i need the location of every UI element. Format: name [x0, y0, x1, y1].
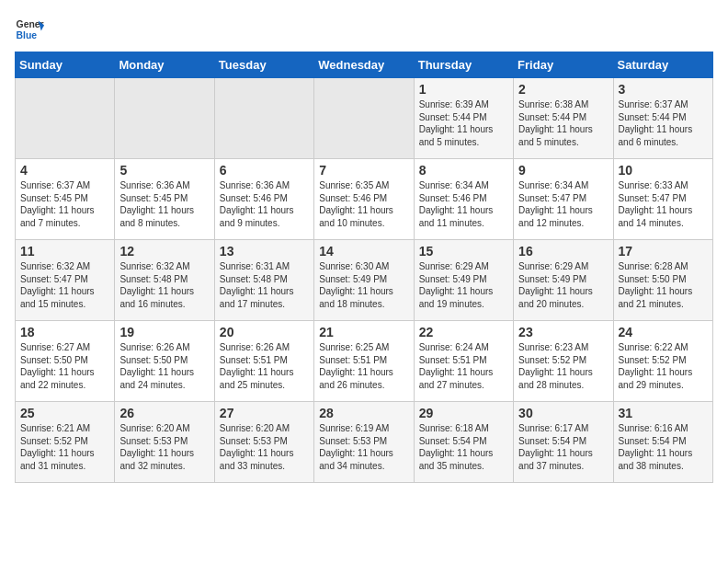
day-number: 22 [419, 325, 508, 339]
calendar-cell: 1Sunrise: 6:39 AM Sunset: 5:44 PM Daylig… [414, 78, 513, 159]
day-number: 19 [119, 325, 209, 339]
calendar-cell: 2Sunrise: 6:38 AM Sunset: 5:44 PM Daylig… [514, 78, 613, 159]
day-info: Sunrise: 6:28 AM Sunset: 5:50 PM Dayligh… [619, 260, 708, 310]
day-number: 4 [20, 163, 109, 178]
calendar-cell: 6Sunrise: 6:36 AM Sunset: 5:46 PM Daylig… [214, 159, 313, 240]
weekday-header-sunday: Sunday [16, 52, 115, 78]
weekday-header-wednesday: Wednesday [314, 52, 414, 78]
day-info: Sunrise: 6:37 AM Sunset: 5:44 PM Dayligh… [619, 98, 708, 148]
page-header: General Blue [15, 15, 713, 44]
day-info: Sunrise: 6:23 AM Sunset: 5:52 PM Dayligh… [518, 341, 608, 391]
day-number: 23 [518, 325, 608, 339]
calendar-cell [16, 78, 115, 159]
logo: General Blue [15, 15, 44, 44]
day-number: 12 [119, 244, 209, 259]
day-info: Sunrise: 6:35 AM Sunset: 5:46 PM Dayligh… [319, 179, 408, 229]
day-number: 14 [319, 244, 408, 259]
day-number: 15 [419, 244, 508, 259]
day-info: Sunrise: 6:30 AM Sunset: 5:49 PM Dayligh… [319, 260, 408, 310]
calendar-cell: 14Sunrise: 6:30 AM Sunset: 5:49 PM Dayli… [314, 240, 414, 321]
day-info: Sunrise: 6:16 AM Sunset: 5:54 PM Dayligh… [619, 422, 708, 472]
day-number: 29 [419, 406, 508, 420]
day-number: 8 [419, 163, 508, 178]
day-number: 10 [619, 163, 708, 178]
day-info: Sunrise: 6:20 AM Sunset: 5:53 PM Dayligh… [220, 422, 309, 472]
day-number: 27 [220, 406, 309, 420]
day-info: Sunrise: 6:26 AM Sunset: 5:50 PM Dayligh… [119, 341, 209, 391]
calendar-cell: 26Sunrise: 6:20 AM Sunset: 5:53 PM Dayli… [115, 402, 214, 483]
calendar-week-row: 18Sunrise: 6:27 AM Sunset: 5:50 PM Dayli… [16, 321, 713, 402]
calendar-cell: 7Sunrise: 6:35 AM Sunset: 5:46 PM Daylig… [314, 159, 414, 240]
day-number: 9 [518, 163, 608, 178]
calendar-cell: 16Sunrise: 6:29 AM Sunset: 5:49 PM Dayli… [514, 240, 613, 321]
calendar-cell [314, 78, 414, 159]
day-info: Sunrise: 6:20 AM Sunset: 5:53 PM Dayligh… [119, 422, 209, 472]
day-number: 13 [220, 244, 309, 259]
svg-text:Blue: Blue [17, 30, 38, 40]
day-number: 28 [319, 406, 408, 420]
day-number: 2 [518, 82, 608, 97]
day-number: 11 [20, 244, 109, 259]
day-number: 6 [220, 163, 309, 178]
day-number: 24 [619, 325, 708, 339]
day-info: Sunrise: 6:22 AM Sunset: 5:52 PM Dayligh… [619, 341, 708, 391]
day-number: 16 [518, 244, 608, 259]
day-number: 18 [20, 325, 109, 339]
calendar-cell: 25Sunrise: 6:21 AM Sunset: 5:52 PM Dayli… [16, 402, 115, 483]
calendar-cell: 28Sunrise: 6:19 AM Sunset: 5:53 PM Dayli… [314, 402, 414, 483]
calendar-week-row: 25Sunrise: 6:21 AM Sunset: 5:52 PM Dayli… [16, 402, 713, 483]
day-info: Sunrise: 6:32 AM Sunset: 5:47 PM Dayligh… [20, 260, 109, 310]
calendar-cell: 20Sunrise: 6:26 AM Sunset: 5:51 PM Dayli… [214, 321, 313, 402]
day-info: Sunrise: 6:38 AM Sunset: 5:44 PM Dayligh… [518, 98, 608, 148]
day-number: 20 [220, 325, 309, 339]
calendar-cell: 27Sunrise: 6:20 AM Sunset: 5:53 PM Dayli… [214, 402, 313, 483]
day-info: Sunrise: 6:34 AM Sunset: 5:47 PM Dayligh… [518, 179, 608, 229]
day-number: 31 [619, 406, 708, 420]
calendar-cell: 10Sunrise: 6:33 AM Sunset: 5:47 PM Dayli… [613, 159, 712, 240]
calendar-cell: 23Sunrise: 6:23 AM Sunset: 5:52 PM Dayli… [514, 321, 613, 402]
day-number: 5 [119, 163, 209, 178]
calendar-cell: 30Sunrise: 6:17 AM Sunset: 5:54 PM Dayli… [514, 402, 613, 483]
day-info: Sunrise: 6:17 AM Sunset: 5:54 PM Dayligh… [518, 422, 608, 472]
calendar-cell: 3Sunrise: 6:37 AM Sunset: 5:44 PM Daylig… [613, 78, 712, 159]
day-number: 30 [518, 406, 608, 420]
day-number: 1 [419, 82, 508, 97]
day-number: 17 [619, 244, 708, 259]
calendar-cell: 17Sunrise: 6:28 AM Sunset: 5:50 PM Dayli… [613, 240, 712, 321]
weekday-header-row: SundayMondayTuesdayWednesdayThursdayFrid… [16, 52, 713, 78]
weekday-header-thursday: Thursday [414, 52, 513, 78]
day-info: Sunrise: 6:29 AM Sunset: 5:49 PM Dayligh… [419, 260, 508, 310]
calendar-cell: 29Sunrise: 6:18 AM Sunset: 5:54 PM Dayli… [414, 402, 513, 483]
calendar-cell: 21Sunrise: 6:25 AM Sunset: 5:51 PM Dayli… [314, 321, 414, 402]
day-info: Sunrise: 6:24 AM Sunset: 5:51 PM Dayligh… [419, 341, 508, 391]
calendar-week-row: 4Sunrise: 6:37 AM Sunset: 5:45 PM Daylig… [16, 159, 713, 240]
day-info: Sunrise: 6:21 AM Sunset: 5:52 PM Dayligh… [20, 422, 109, 472]
calendar-cell [115, 78, 214, 159]
day-number: 7 [319, 163, 408, 178]
calendar-cell: 18Sunrise: 6:27 AM Sunset: 5:50 PM Dayli… [16, 321, 115, 402]
day-info: Sunrise: 6:27 AM Sunset: 5:50 PM Dayligh… [20, 341, 109, 391]
day-info: Sunrise: 6:29 AM Sunset: 5:49 PM Dayligh… [518, 260, 608, 310]
calendar-cell: 11Sunrise: 6:32 AM Sunset: 5:47 PM Dayli… [16, 240, 115, 321]
day-info: Sunrise: 6:25 AM Sunset: 5:51 PM Dayligh… [319, 341, 408, 391]
weekday-header-tuesday: Tuesday [214, 52, 313, 78]
calendar-cell: 4Sunrise: 6:37 AM Sunset: 5:45 PM Daylig… [16, 159, 115, 240]
day-info: Sunrise: 6:18 AM Sunset: 5:54 PM Dayligh… [419, 422, 508, 472]
day-number: 3 [619, 82, 708, 97]
day-info: Sunrise: 6:39 AM Sunset: 5:44 PM Dayligh… [419, 98, 508, 148]
calendar-cell: 9Sunrise: 6:34 AM Sunset: 5:47 PM Daylig… [514, 159, 613, 240]
weekday-header-saturday: Saturday [613, 52, 712, 78]
calendar-cell: 31Sunrise: 6:16 AM Sunset: 5:54 PM Dayli… [613, 402, 712, 483]
day-info: Sunrise: 6:31 AM Sunset: 5:48 PM Dayligh… [220, 260, 309, 310]
day-info: Sunrise: 6:36 AM Sunset: 5:46 PM Dayligh… [220, 179, 309, 229]
calendar-cell: 8Sunrise: 6:34 AM Sunset: 5:46 PM Daylig… [414, 159, 513, 240]
day-info: Sunrise: 6:19 AM Sunset: 5:53 PM Dayligh… [319, 422, 408, 472]
day-info: Sunrise: 6:33 AM Sunset: 5:47 PM Dayligh… [619, 179, 708, 229]
calendar-cell: 22Sunrise: 6:24 AM Sunset: 5:51 PM Dayli… [414, 321, 513, 402]
calendar-cell: 15Sunrise: 6:29 AM Sunset: 5:49 PM Dayli… [414, 240, 513, 321]
day-info: Sunrise: 6:37 AM Sunset: 5:45 PM Dayligh… [20, 179, 109, 229]
day-number: 25 [20, 406, 109, 420]
calendar-cell: 13Sunrise: 6:31 AM Sunset: 5:48 PM Dayli… [214, 240, 313, 321]
day-info: Sunrise: 6:26 AM Sunset: 5:51 PM Dayligh… [220, 341, 309, 391]
day-info: Sunrise: 6:34 AM Sunset: 5:46 PM Dayligh… [419, 179, 508, 229]
